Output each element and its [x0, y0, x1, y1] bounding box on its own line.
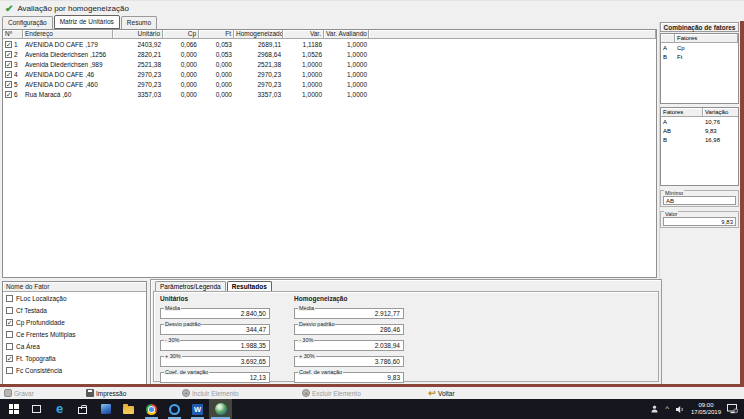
combo-col-key — [661, 34, 675, 43]
cell-endereco: Rua Maracá ,60 — [23, 91, 113, 98]
factor-item-floc-localizacao[interactable]: FLoc Localização — [3, 292, 146, 304]
table-row[interactable]: ✓5AVENIDA DO CAFE ,4602970,230,0000,0002… — [3, 79, 656, 89]
variation-table: FatoresVariaçãoA10,76AB9,83B16,98 — [660, 107, 739, 186]
result-field-media: Média2.840,50 — [160, 308, 270, 319]
factor-checkbox[interactable] — [6, 331, 13, 338]
factor-item-ce-frentes-multiplas[interactable]: Ce Frentes Múltiplas — [3, 328, 146, 340]
factor-checkbox[interactable]: ✓ — [6, 355, 13, 362]
cell-cp: 0,000 — [163, 61, 199, 68]
table-row[interactable]: ✓2Avenida Diederichsen ,12562820,210,000… — [3, 49, 656, 59]
field-value: 9,83 — [387, 374, 400, 381]
variation-value: 16,98 — [703, 137, 722, 143]
row-checkbox[interactable]: ✓ — [5, 81, 12, 88]
taskbar-clock[interactable]: 09:00 17/05/2019 — [691, 402, 721, 416]
factor-checkbox[interactable] — [6, 307, 13, 314]
factor-item-ft-topografia[interactable]: ✓Ft. Topografia — [3, 352, 146, 364]
tray-people-icon[interactable] — [650, 405, 659, 413]
tab-configuracao[interactable]: Configuração — [2, 16, 53, 29]
table-row[interactable]: ✓3Avenida Diederichsen ,9892521,380,0000… — [3, 59, 656, 69]
combo-col-fatores: Fatores — [675, 34, 738, 43]
cell-ft: 0,000 — [199, 71, 234, 78]
taskbar-app-blue-button[interactable] — [94, 399, 117, 419]
cell-cp: 0,000 — [163, 81, 199, 88]
factor-item-fc-consistencia[interactable]: Fc Consistência — [3, 364, 146, 376]
combo-row[interactable]: ACp — [661, 43, 738, 52]
row-select-cell: ✓6 — [3, 91, 23, 98]
cortana-icon — [169, 404, 180, 415]
variation-row[interactable]: AB9,83 — [661, 126, 738, 135]
table-row[interactable]: ✓6Rua Maracá ,603357,030,0000,0003357,03… — [3, 89, 656, 99]
grid-col-header-homogeneizado[interactable]: Homogeneizado — [234, 30, 283, 39]
cell-homogeneizado: 2970,23 — [234, 81, 283, 88]
cell-cp: 0,066 — [163, 41, 199, 48]
minimo-value-field[interactable]: AB — [663, 196, 736, 205]
taskbar-start-button[interactable] — [2, 399, 25, 419]
volume-icon[interactable] — [675, 405, 685, 414]
result-field-coef-de-variacao: Coef. de variação12,13 — [160, 372, 270, 383]
tab-resultados[interactable]: Resultados — [227, 281, 272, 291]
factor-checkbox[interactable] — [6, 343, 13, 350]
row-select-cell: ✓1 — [3, 41, 23, 48]
grid-col-header-endereco[interactable]: Endereço — [23, 30, 113, 39]
factor-checkbox[interactable]: ✓ — [6, 319, 13, 326]
valor-value-field[interactable]: 9,83 — [663, 217, 736, 226]
factor-label: Cf Testada — [16, 307, 47, 314]
taskbar-cortana-button[interactable] — [163, 399, 186, 419]
button-label: Voltar — [438, 390, 455, 397]
taskbar-file-explorer-button[interactable] — [117, 399, 140, 419]
taskbar-word-button[interactable]: W — [186, 399, 209, 419]
factor-label: Ft. Topografia — [16, 355, 56, 362]
cell-var_avaliando: 1,0000 — [324, 71, 369, 78]
grid-col-header-unitario[interactable]: Unitário — [113, 30, 163, 39]
row-checkbox[interactable]: ✓ — [5, 91, 12, 98]
back-button[interactable]: ↩Voltar — [428, 389, 455, 397]
notification-tray-icon[interactable] — [727, 404, 738, 414]
result-field-desvio-padrao: Desvio padrão286,46 — [294, 324, 404, 335]
factor-checkbox[interactable] — [6, 367, 13, 374]
row-checkbox[interactable]: ✓ — [5, 51, 12, 58]
variation-fator: A — [661, 119, 703, 125]
grid-header-row: NºEndereçoUnitárioCpFtHomogeneizadoVar.V… — [3, 30, 656, 39]
row-checkbox[interactable]: ✓ — [5, 41, 12, 48]
tab-matriz-de-unitarios[interactable]: Matriz de Unitários — [54, 15, 120, 29]
taskbar-globe-app-active-app[interactable] — [209, 399, 232, 419]
result-field-30: + 30%3.692,65 — [160, 356, 270, 367]
grid-col-header-ft[interactable]: Ft — [199, 30, 234, 39]
taskbar-store-button[interactable] — [71, 399, 94, 419]
tray-expand-chevron-icon[interactable]: ^ — [665, 405, 669, 413]
combination-table: FatoresACpBFt — [660, 33, 739, 104]
table-row[interactable]: ✓4AVENIDA DO CAFE ,462970,230,0000,00029… — [3, 69, 656, 79]
grid-col-header-n[interactable]: Nº — [3, 30, 23, 39]
cell-endereco: Avenida Diederichsen ,1256 — [23, 51, 113, 58]
cell-endereco: AVENIDA DO CAFE ,460 — [23, 81, 113, 88]
result-field-30: + 30%3.786,60 — [294, 356, 404, 367]
cell-homogeneizado: 2970,23 — [234, 71, 283, 78]
combo-row[interactable]: BFt — [661, 52, 738, 61]
table-row[interactable]: ✓1AVENIDA DO CAFE ,1792403,920,0660,0532… — [3, 39, 656, 49]
factor-checkbox[interactable] — [6, 295, 13, 302]
taskbar-edge-button[interactable]: e — [48, 399, 71, 419]
factor-item-ca-area[interactable]: Ca Área — [3, 340, 146, 352]
field-value: 1.988,35 — [241, 342, 266, 349]
variation-row[interactable]: B16,98 — [661, 135, 738, 144]
cell-ft: 0,000 — [199, 61, 234, 68]
grid-col-header-var[interactable]: Var. — [283, 30, 324, 39]
field-label: - 30% — [298, 337, 314, 343]
group-title: Unitários — [160, 295, 270, 303]
grid-col-header-cp[interactable]: Cp — [163, 30, 199, 39]
tab-resumo[interactable]: Resumo — [121, 16, 157, 29]
results-panel: Parâmetros/LegendaResultados UnitáriosMé… — [150, 279, 662, 385]
factor-item-cp-profundidade[interactable]: ✓Cp Profundidade — [3, 316, 146, 328]
printer-button[interactable]: Impressão — [86, 389, 126, 397]
grid-col-header-var-avaliando[interactable]: Var. Avaliando — [324, 30, 369, 39]
taskbar-chrome-button[interactable] — [140, 399, 163, 419]
file-explorer-icon — [123, 406, 134, 414]
tab-parametros-legenda[interactable]: Parâmetros/Legenda — [155, 281, 226, 291]
variation-row[interactable]: A10,76 — [661, 117, 738, 126]
taskbar-task-view-button[interactable] — [25, 399, 48, 419]
cell-unitario: 2403,92 — [113, 41, 163, 48]
result-field-30: - 30%2.038,94 — [294, 340, 404, 351]
factor-item-cf-testada[interactable]: Cf Testada — [3, 304, 146, 316]
row-checkbox[interactable]: ✓ — [5, 61, 12, 68]
row-checkbox[interactable]: ✓ — [5, 71, 12, 78]
